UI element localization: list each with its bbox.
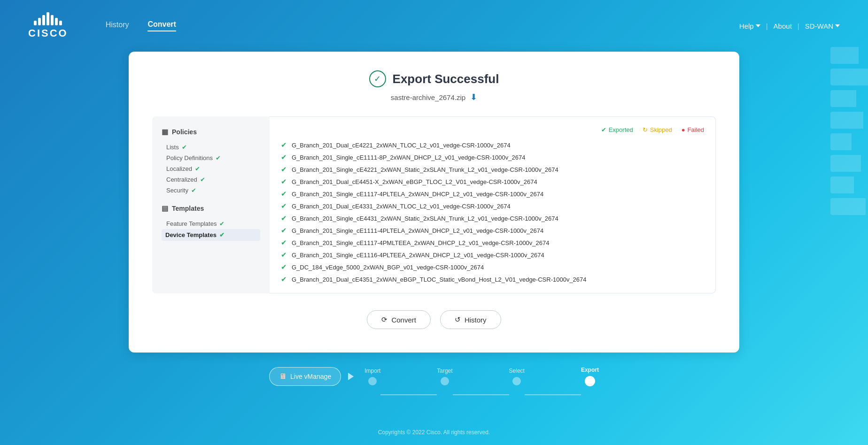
footer: Copyrights © 2022 Cisco. All rights rese…	[0, 429, 868, 436]
step-connector-line	[380, 394, 437, 395]
deco-bar-6	[830, 155, 861, 172]
export-list-item: ✔G_Branch_201_Single_cE1116-4PLTEEA_2xWA…	[281, 251, 704, 259]
history-btn-icon: ↺	[455, 315, 461, 324]
export-filename-row: sastre-archive_2674.zip ⬇	[391, 92, 477, 102]
cisco-logo-bars	[34, 12, 62, 25]
help-link[interactable]: Help	[739, 22, 760, 30]
success-check-icon: ✓	[369, 70, 386, 87]
item-check-icon: ✔	[281, 153, 287, 161]
export-list-item: ✔G_DC_184_vEdge_5000_2xWAN_BGP_v01_vedge…	[281, 263, 704, 271]
export-list-item: ✔G_Branch_201_Single_cE4431_2xWAN_Static…	[281, 214, 704, 222]
item-check-icon: ✔	[281, 275, 287, 284]
item-check-icon: ✔	[281, 177, 287, 186]
step-connector-line	[525, 394, 581, 395]
left-panel: ▦ Policies Lists ✔ Policy Definitions ✔ …	[152, 116, 270, 293]
export-items-list: ✔G_Branch_201_Dual_cE4221_2xWAN_TLOC_L2_…	[281, 141, 704, 284]
export-list-item: ✔G_Branch_201_Single_cE1117-4PMLTEEA_2xW…	[281, 238, 704, 247]
export-header: ✓ Export Successful sastre-archive_2674.…	[152, 70, 716, 102]
export-list-item: ✔G_Branch_201_Single_cE4221_2xWAN_Static…	[281, 165, 704, 174]
action-buttons: ⟳ Convert ↺ History	[152, 310, 716, 329]
export-list-item: ✔G_Branch_201_Dual_cE4221_2xWAN_TLOC_L2_…	[281, 141, 704, 149]
policy-security-item[interactable]: Security ✔	[162, 185, 260, 196]
policy-lists-item[interactable]: Lists ✔	[162, 142, 260, 153]
item-check-icon: ✔	[281, 251, 287, 259]
deco-bar-8	[830, 198, 866, 215]
export-list-item: ✔G_Branch_201_Single_cE1111-8P_2xWAN_DHC…	[281, 153, 704, 161]
export-list-item: ✔G_Branch_201_Dual_cE4351_2xWAN_eBGP_TLO…	[281, 275, 704, 284]
item-check-icon: ✔	[281, 263, 287, 271]
logo: CISCO	[28, 12, 68, 39]
item-check-icon: ✔	[281, 141, 287, 149]
right-panel: ✔ Exported ↻ Skipped ● Failed ✔G_Branch_…	[270, 116, 716, 293]
policy-localized-item[interactable]: Localized ✔	[162, 163, 260, 174]
deco-bar-4	[830, 112, 863, 129]
step-select: Select	[509, 368, 525, 385]
export-card: ✓ Export Successful sastre-archive_2674.…	[129, 52, 739, 353]
sdwan-link[interactable]: SD-WAN	[805, 22, 840, 30]
nav-history[interactable]: History	[106, 21, 129, 31]
templates-section-title: ▤ Templates	[162, 204, 260, 213]
step-import: Import	[364, 368, 380, 385]
step-target: Target	[437, 368, 452, 385]
live-vmanage-button[interactable]: 🖥 Live vManage	[269, 367, 341, 386]
deco-bar-3	[830, 90, 856, 107]
deco-bar-7	[830, 176, 854, 193]
export-title-row: ✓ Export Successful	[369, 70, 499, 87]
lists-check-icon: ✔	[182, 144, 187, 151]
feature-tmpl-check-icon: ✔	[219, 220, 225, 227]
step-connector-line	[453, 394, 509, 395]
steps-track: ImportTargetSelectExport	[364, 367, 599, 386]
convert-btn-icon: ⟳	[381, 315, 388, 324]
exported-check-icon: ✔	[601, 126, 606, 133]
step-dot-import	[368, 377, 377, 385]
history-button[interactable]: ↺ History	[440, 310, 501, 329]
main-content: ✓ Export Successful sastre-archive_2674.…	[0, 52, 868, 396]
export-list-item: ✔G_Branch_201_Single_cE1111-4PLTELA_2xWA…	[281, 226, 704, 235]
download-icon[interactable]: ⬇	[470, 92, 477, 102]
step-export: Export	[581, 367, 599, 386]
progress-row: 🖥 Live vManage ImportTargetSelectExport	[269, 367, 599, 386]
export-list-item: ✔G_Branch_201_Single_cE1117-4PLTELA_2xWA…	[281, 190, 704, 198]
about-link[interactable]: About	[774, 22, 792, 30]
monitor-icon: 🖥	[279, 372, 287, 381]
skipped-status: ↻ Skipped	[643, 126, 672, 133]
sep2: |	[798, 22, 799, 30]
deco-bar-5	[830, 133, 852, 150]
exported-status: ✔ Exported	[601, 126, 633, 133]
nav-convert[interactable]: Convert	[147, 20, 176, 31]
device-templates-item[interactable]: Device Templates ✔	[162, 229, 260, 241]
two-column-layout: ▦ Policies Lists ✔ Policy Definitions ✔ …	[152, 116, 716, 293]
policy-centralized-item[interactable]: Centralized ✔	[162, 174, 260, 185]
centralized-check-icon: ✔	[200, 176, 205, 183]
filename-text: sastre-archive_2674.zip	[391, 93, 465, 101]
failed-status: ● Failed	[682, 126, 704, 133]
policies-section-title: ▦ Policies	[162, 128, 260, 136]
cisco-logo-text: CISCO	[28, 27, 68, 39]
main-nav: History Convert	[106, 20, 176, 31]
export-title: Export Successful	[393, 72, 499, 86]
item-check-icon: ✔	[281, 190, 287, 198]
deco-bar-2	[830, 69, 868, 85]
decorative-bars	[830, 47, 868, 215]
policies-icon: ▦	[162, 128, 168, 136]
export-list-item: ✔G_Branch_201_Dual_cE4451-X_2xWAN_eBGP_T…	[281, 177, 704, 186]
item-check-icon: ✔	[281, 214, 287, 222]
localized-check-icon: ✔	[195, 165, 200, 172]
device-tmpl-check-icon: ✔	[219, 231, 225, 238]
policy-def-check-icon: ✔	[216, 154, 221, 161]
step-dot-target	[441, 377, 449, 385]
skipped-refresh-icon: ↻	[643, 126, 648, 133]
step-dot-export	[585, 376, 595, 386]
convert-button[interactable]: ⟳ Convert	[367, 310, 431, 329]
item-check-icon: ✔	[281, 226, 287, 235]
item-check-icon: ✔	[281, 165, 287, 174]
step-dot-select	[512, 377, 521, 385]
policy-definitions-item[interactable]: Policy Definitions ✔	[162, 153, 260, 163]
item-check-icon: ✔	[281, 238, 287, 247]
item-check-icon: ✔	[281, 202, 287, 210]
sep1: |	[766, 22, 768, 30]
export-list-item: ✔G_Branch_201_Dual_cE4331_2xWAN_TLOC_L2_…	[281, 202, 704, 210]
progress-section: 🖥 Live vManage ImportTargetSelectExport	[269, 367, 599, 396]
header-right: Help | About | SD-WAN	[739, 22, 840, 30]
feature-templates-item[interactable]: Feature Templates ✔	[162, 218, 260, 229]
